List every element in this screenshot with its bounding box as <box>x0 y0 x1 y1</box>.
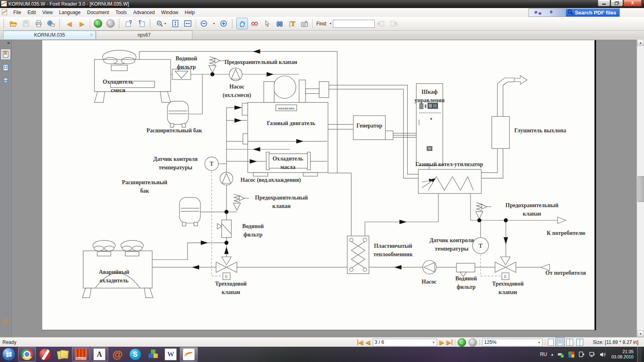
document-area[interactable]: WAUKESHAТЕЕТОхладительсмесиВодянойфильтр… <box>12 39 637 337</box>
open-button[interactable] <box>8 18 19 29</box>
zoom-level-box[interactable]: 125%▼ <box>482 339 543 346</box>
taskbar-start-button[interactable] <box>0 347 18 362</box>
last-page-button[interactable]: ▶ <box>446 339 452 345</box>
clock[interactable]: 21:35 03.08.2010 <box>611 349 634 360</box>
taskbar-ccleaner-app[interactable] <box>36 347 54 362</box>
single-page-layout-button[interactable] <box>548 339 554 346</box>
sidebar-item-layers[interactable] <box>1 75 10 86</box>
tab-close-icon[interactable]: × <box>90 32 93 38</box>
safely-remove-hardware-icon[interactable] <box>578 351 585 358</box>
taskbar-notes-app[interactable] <box>54 347 72 362</box>
previous-view-button[interactable]: ← <box>458 338 466 347</box>
zoom-level-dropdown[interactable]: ▼ <box>211 18 217 29</box>
rotate-view-left-button[interactable] <box>123 18 135 29</box>
document-tab-bar: KORNUM.035×nps67 <box>0 31 644 39</box>
minimize-button[interactable] <box>598 0 610 6</box>
close-button[interactable]: X <box>623 0 642 6</box>
language-indicator[interactable]: RU <box>540 352 547 357</box>
select-tool-button[interactable] <box>261 18 273 29</box>
find-label: Find: <box>316 21 327 27</box>
toolbar-grip[interactable] <box>119 19 121 28</box>
taskbar-mailru-app[interactable]: @ <box>109 347 126 362</box>
fit-page-button[interactable] <box>169 18 181 29</box>
vertical-scrollbar[interactable]: ▲ ▼ <box>637 39 644 337</box>
taskbar-chrome-app[interactable] <box>18 347 36 362</box>
find-previous-button[interactable] <box>376 18 387 29</box>
zoom-tool-button[interactable]: ▼ <box>154 18 169 29</box>
search-tool-button[interactable] <box>274 18 285 29</box>
usb-device-icon[interactable] <box>557 351 564 358</box>
menu-document[interactable]: Document <box>84 8 112 16</box>
hand-tool-button[interactable] <box>236 18 248 29</box>
continuous-layout-button[interactable] <box>557 339 563 346</box>
tab-kornum.035[interactable]: KORNUM.035× <box>3 31 96 39</box>
find-options-dropdown[interactable]: ▼ <box>329 22 332 25</box>
search-pdf-banner[interactable]: Search PDF files <box>528 8 620 17</box>
next-page-button[interactable]: ▶ <box>76 18 88 29</box>
menu-view[interactable]: View <box>39 8 56 16</box>
facing-layout-button[interactable] <box>566 339 573 346</box>
toolbar-grip[interactable] <box>232 19 234 28</box>
hidden-icons-button[interactable]: ▲ <box>551 353 554 356</box>
pdf-page[interactable]: WAUKESHAТЕЕТОхладительсмесиВодянойфильтр… <box>42 40 596 330</box>
restore-button[interactable] <box>611 0 623 6</box>
next-view-button[interactable]: → <box>105 18 116 29</box>
taskbar-autocad-app[interactable]: A <box>91 347 108 362</box>
next-view-button[interactable]: → <box>469 338 477 347</box>
show-desktop-button[interactable] <box>637 347 642 362</box>
menu-advanced[interactable]: Advanced <box>130 8 158 16</box>
next-page-button[interactable]: ▶ <box>440 339 444 346</box>
first-page-button[interactable]: ◀ <box>357 339 363 345</box>
previous-page-button[interactable]: ◀ <box>365 339 370 346</box>
svg-text:Насос(охл.смеси): Насос(охл.смеси) <box>223 84 251 99</box>
utility-grid-icon[interactable] <box>568 351 575 358</box>
print-button[interactable] <box>33 18 44 29</box>
taskbar-blocks-app[interactable] <box>144 347 162 362</box>
previous-view-button[interactable]: ← <box>92 18 104 29</box>
find-next-button[interactable] <box>388 18 400 29</box>
menu-window[interactable]: Window <box>158 8 182 16</box>
text-select-tool-button[interactable]: [T <box>286 18 298 29</box>
volume-icon[interactable] <box>599 351 606 358</box>
previous-page-button[interactable]: ◀ <box>64 18 75 29</box>
fit-width-button[interactable] <box>182 18 194 29</box>
rotate-view-right-button[interactable] <box>136 18 147 29</box>
sidebar-item-attachments[interactable] <box>1 317 10 327</box>
sidebar-item-bookmarks[interactable] <box>0 49 11 60</box>
menu-help[interactable]: Help <box>182 8 198 16</box>
toolbar-grip[interactable] <box>3 19 5 28</box>
menu-language[interactable]: Language <box>56 8 84 16</box>
blocks-icon <box>147 349 159 360</box>
menu-file[interactable]: File <box>10 8 24 16</box>
page-number-box[interactable]: 3 / 6▼ <box>373 339 437 346</box>
menu-tools[interactable]: Tools <box>112 8 130 16</box>
zoom-in-button[interactable] <box>218 18 229 29</box>
svg-text:Предохранительный клапан: Предохранительный клапан <box>225 59 297 65</box>
scrollbar-thumb[interactable] <box>638 176 644 202</box>
foxit-reader-window: KORNUM.035.W - Foxit Reader 3.0 - [KORNU… <box>0 0 644 362</box>
network-icon[interactable] <box>589 351 596 358</box>
toolbar-grip[interactable] <box>59 19 61 28</box>
taskbar-foxit-app[interactable] <box>180 347 198 362</box>
svg-text:Водянойфильтр: Водянойфильтр <box>242 223 264 238</box>
taskbar-magicad-app[interactable]: MagiCAD <box>72 347 90 362</box>
svg-text:Датчик контролятемпературы: Датчик контролятемпературы <box>429 237 474 252</box>
scroll-up-arrow[interactable]: ▲ <box>637 39 644 46</box>
save-button[interactable] <box>20 18 32 29</box>
reverse-view-button[interactable] <box>249 18 260 29</box>
snapshot-tool-button[interactable] <box>299 18 310 29</box>
sidebar-expand-button[interactable]: » <box>7 40 10 45</box>
windows-taskbar: MagiCADA@SW RU ▲ 21:35 03.08.2010 <box>0 347 644 362</box>
sidebar-item-pages[interactable] <box>1 62 10 73</box>
toolbar-grip[interactable] <box>150 19 152 28</box>
taskbar-word-app[interactable]: W <box>162 347 180 362</box>
email-button[interactable] <box>45 18 57 29</box>
find-input[interactable] <box>333 20 375 28</box>
scroll-down-arrow[interactable]: ▼ <box>637 331 644 337</box>
title-bar[interactable]: KORNUM.035.W - Foxit Reader 3.0 - [KORNU… <box>0 0 644 8</box>
tab-nps67[interactable]: nps67 <box>96 31 192 39</box>
zoom-out-button[interactable] <box>198 18 210 29</box>
menu-edit[interactable]: Edit <box>24 8 39 16</box>
taskbar-skype-app[interactable]: S <box>126 347 144 362</box>
continuous-facing-layout-button[interactable] <box>576 339 583 346</box>
